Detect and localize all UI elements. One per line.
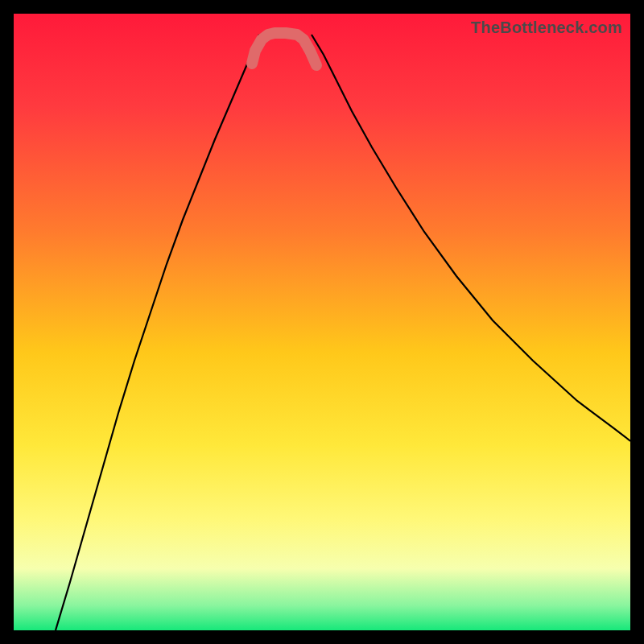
- plot-area: TheBottleneck.com: [14, 14, 630, 630]
- chart-frame: TheBottleneck.com: [0, 0, 644, 644]
- gradient-background: [14, 14, 630, 630]
- chart-svg: [14, 14, 630, 630]
- watermark-label: TheBottleneck.com: [471, 19, 622, 37]
